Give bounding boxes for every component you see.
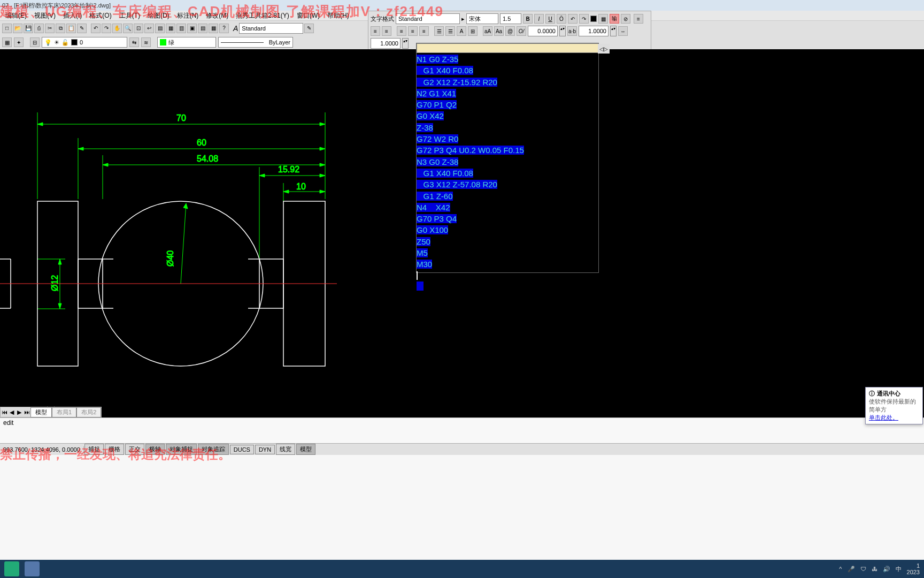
taskbar-app1[interactable]: [4, 561, 19, 576]
text-height[interactable]: 1.5: [500, 13, 521, 24]
save-btn[interactable]: 💾: [24, 24, 33, 33]
copy-btn[interactable]: ⧉: [56, 24, 65, 33]
align-midright[interactable]: ≡: [419, 26, 429, 36]
tab-last[interactable]: ⏭: [23, 409, 30, 415]
zoom-prev-btn[interactable]: ↩: [144, 24, 154, 33]
symbol-btn[interactable]: @: [505, 26, 515, 36]
modelspace-btn[interactable]: 模型: [296, 444, 315, 455]
layiso-btn[interactable]: ≋: [141, 37, 151, 47]
color-name: 绿: [168, 39, 174, 47]
tracking-val[interactable]: 0.0000: [528, 26, 558, 36]
color-swatch[interactable]: [590, 16, 597, 22]
redo-btn[interactable]: ↷: [579, 14, 589, 24]
text-cursor: [417, 271, 418, 280]
tracking-spin[interactable]: ▴▾: [559, 26, 566, 36]
markup-btn[interactable]: ▤: [198, 24, 207, 33]
tab-next[interactable]: ▶: [16, 409, 23, 416]
layout-tabs: ⏮ ◀ ▶ ⏭ 模型 布局1 布局2: [0, 407, 102, 417]
sheet-btn[interactable]: ▣: [187, 24, 197, 33]
notif-link[interactable]: 单击此处。: [869, 414, 919, 422]
notif-title-text: 通讯中心: [877, 390, 900, 398]
tab-model[interactable]: 模型: [30, 407, 52, 417]
ruler-btn[interactable]: ▦: [598, 14, 608, 24]
taskbar-app2[interactable]: [25, 561, 40, 576]
cut-btn[interactable]: ✂: [45, 24, 55, 33]
dc-btn[interactable]: ▦: [166, 24, 175, 33]
align-topcenter[interactable]: ≡: [371, 26, 380, 36]
editor-ruler[interactable]: ◁▷: [417, 43, 598, 53]
taskbar[interactable]: ^ 🎤 🛡 🖧 🔊 中 1 2023: [0, 560, 924, 578]
props-btn[interactable]: ▤: [155, 24, 165, 33]
paste-btn[interactable]: 📋: [66, 24, 76, 33]
align-midcenter[interactable]: ≡: [408, 26, 418, 36]
notification-popup[interactable]: ⓘ通讯中心 使软件保持最新的简单方 单击此处。: [865, 387, 923, 424]
widthfactor-spin[interactable]: ▴▾: [610, 26, 617, 36]
lwt-btn[interactable]: 线宽: [276, 444, 295, 455]
gcode-text[interactable]: N1 G0 Z-35 G1 X40 F0.08 G2 X12 Z-15.92 R…: [417, 53, 598, 293]
align-topleft[interactable]: ≡: [634, 14, 643, 24]
ducs-btn[interactable]: DUCS: [230, 445, 254, 454]
tray-vol-icon[interactable]: 🔊: [883, 566, 890, 573]
help-btn[interactable]: ?: [219, 24, 229, 33]
tab-prev[interactable]: ◀: [8, 409, 16, 416]
widthfactor-val[interactable]: 1.0000: [579, 26, 609, 36]
insert-field-btn[interactable]: ⊞: [468, 26, 478, 36]
undo-btn[interactable]: ↶: [568, 14, 578, 24]
matchprop-btn[interactable]: ✎: [304, 24, 314, 33]
system-tray[interactable]: ^ 🎤 🛡 🖧 🔊 中 1 2023: [839, 562, 920, 575]
tray-ime[interactable]: 中: [896, 565, 902, 573]
zoom-rt-btn[interactable]: 🔍: [123, 24, 133, 33]
spacing-val[interactable]: 1.0000: [371, 38, 401, 49]
uppercase-btn[interactable]: A: [457, 26, 466, 36]
align-topright[interactable]: ≡: [382, 26, 391, 36]
lightbulb-icon: 💡: [44, 39, 52, 46]
match-btn[interactable]: ✎: [77, 24, 87, 33]
tray-shield-icon[interactable]: 🛡: [860, 566, 866, 572]
zoom-win-btn[interactable]: ⊡: [134, 24, 143, 33]
layprev-btn[interactable]: ⇆: [129, 37, 139, 47]
style-select[interactable]: Standard: [239, 23, 303, 34]
overline-btn[interactable]: Ō: [557, 14, 566, 24]
numbers-btn[interactable]: ☰: [445, 26, 455, 36]
spacing-spin[interactable]: ▴▾: [402, 38, 409, 49]
tab-layout2[interactable]: 布局2: [76, 407, 101, 417]
linetype-select[interactable]: ByLayer: [218, 37, 293, 48]
tray-net-icon[interactable]: 🖧: [872, 566, 877, 572]
color-green-swatch: [160, 39, 166, 45]
dyn-btn[interactable]: DYN: [255, 445, 275, 454]
tab-first[interactable]: ⏮: [1, 409, 8, 415]
underline-btn[interactable]: U: [545, 14, 555, 24]
opts-btn[interactable]: ⊘: [621, 14, 630, 24]
color-select[interactable]: 绿: [157, 37, 216, 48]
font-select[interactable]: 宋体: [466, 13, 498, 24]
ext2-btn[interactable]: ✦: [14, 37, 24, 47]
command-line[interactable]: edit: [0, 417, 924, 443]
dim-12: Ø12: [50, 275, 59, 291]
tray-mic-icon[interactable]: 🎤: [848, 566, 855, 573]
redo2-btn[interactable]: ↷: [102, 24, 111, 33]
align-midleft[interactable]: ≡: [397, 26, 406, 36]
text-editor[interactable]: ◁▷ N1 G0 Z-35 G1 X40 F0.08 G2 X12 Z-15.9…: [416, 43, 599, 273]
new-btn[interactable]: □: [2, 24, 12, 33]
layer-select[interactable]: 💡 ☀ 🔓 0: [42, 37, 127, 48]
print-btn[interactable]: ⎙: [34, 24, 44, 33]
italic-btn[interactable]: I: [534, 14, 544, 24]
bold-btn[interactable]: B: [523, 14, 533, 24]
tab-layout1[interactable]: 布局1: [52, 407, 76, 417]
open-btn[interactable]: 📂: [13, 24, 22, 33]
ext1-btn[interactable]: ▦: [2, 37, 12, 47]
autocaps-btn[interactable]: Aa: [494, 26, 504, 36]
ruler-arrows[interactable]: ◁▷: [598, 44, 610, 54]
widthfactor-icon: a·b: [567, 26, 577, 36]
calc-btn[interactable]: ▦: [209, 24, 218, 33]
laymgr-btn[interactable]: ⊟: [30, 37, 40, 47]
bullets-btn[interactable]: ☰: [434, 26, 444, 36]
tool-pal-btn[interactable]: ▥: [176, 24, 186, 33]
oblique-btn[interactable]: O/: [517, 26, 526, 36]
ok-btn[interactable]: 输: [610, 14, 619, 24]
undo2-btn[interactable]: ↶: [91, 24, 101, 33]
change-case-btn[interactable]: aA: [483, 26, 492, 36]
dim-1592: 15.92: [278, 165, 299, 174]
pan-btn[interactable]: ✋: [112, 24, 122, 33]
tray-chevron-icon[interactable]: ^: [839, 566, 842, 572]
